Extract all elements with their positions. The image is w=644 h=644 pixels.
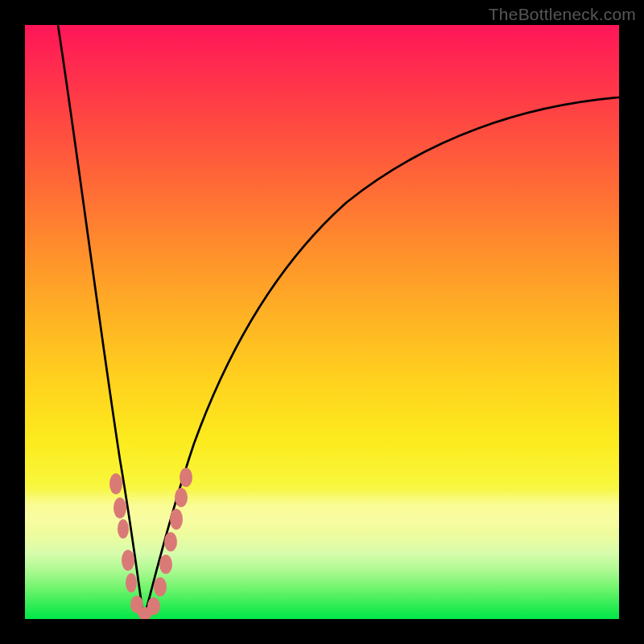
marker-dot [109,473,122,494]
curve-left [58,25,144,617]
marker-dot [114,497,126,518]
marker-dot [154,577,167,597]
watermark-text: TheBottleneck.com [489,5,636,24]
marker-dot [164,532,177,551]
marker-dot [159,555,172,574]
curve-layer [25,25,619,619]
curve-right [144,97,619,617]
marker-dot [170,509,183,530]
plot-area [25,25,619,619]
marker-dot [175,488,188,507]
marker-dot [180,468,192,487]
marker-dot [147,597,160,615]
marker-dot [126,573,137,592]
marker-dot [118,519,129,539]
marker-dot [122,550,134,571]
marker-group [109,468,192,619]
chart-frame: TheBottleneck.com [0,0,644,644]
